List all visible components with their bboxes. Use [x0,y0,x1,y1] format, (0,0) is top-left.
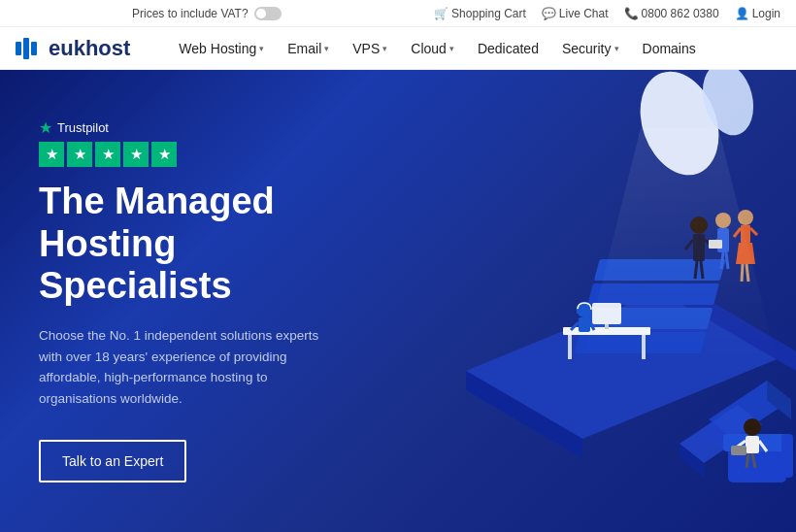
chevron-down-icon: ▾ [614,44,619,53]
login-link[interactable]: 👤 Login [735,7,780,20]
trustpilot-block: ★ Trustpilot ★ ★ ★ ★ ★ [39,118,369,167]
phone-link[interactable]: 📞 0800 862 0380 [624,7,719,20]
trustpilot-star-icon: ★ [39,118,52,137]
nav-dedicated[interactable]: Dedicated [468,37,548,60]
vat-label: Prices to include VAT? [132,7,249,20]
logo[interactable]: eukhost [16,36,130,61]
svg-rect-2 [31,42,37,55]
svg-rect-23 [579,317,590,332]
svg-line-43 [750,228,757,235]
logo-icon [16,38,43,59]
svg-rect-1 [23,38,29,59]
star-1: ★ [39,142,64,167]
svg-point-49 [744,418,761,436]
hero-content: ★ Trustpilot ★ ★ ★ ★ ★ The Managed Hosti… [39,109,369,482]
chevron-down-icon: ▾ [382,44,387,53]
shopping-cart-link[interactable]: 🛒 Shopping Cart [434,7,526,20]
chat-icon: 💬 [542,7,556,20]
cart-icon: 🛒 [434,7,448,20]
svg-marker-56 [582,128,777,361]
star-5: ★ [151,142,177,167]
trustpilot-label: ★ Trustpilot [39,118,369,137]
trustpilot-stars: ★ ★ ★ ★ ★ [39,142,369,167]
utility-bar: Prices to include VAT? 🛒 Shopping Cart 💬… [0,0,796,27]
svg-rect-18 [568,335,572,359]
nav-email[interactable]: Email ▾ [278,37,339,60]
phone-icon: 📞 [624,7,639,20]
svg-rect-50 [746,436,759,453]
svg-line-54 [746,453,748,468]
hero-subtitle: Choose the No. 1 independent solutions e… [39,325,330,409]
nav-items: Web Hosting ▾ Email ▾ VPS ▾ Cloud ▾ Dedi… [169,37,705,60]
hero-title: The Managed Hosting Specialists [39,181,369,308]
user-icon: 👤 [735,7,749,20]
star-4: ★ [123,142,149,167]
nav-web-hosting[interactable]: Web Hosting ▾ [169,37,274,60]
live-chat-link[interactable]: 💬 Live Chat [542,7,609,20]
nav-security[interactable]: Security ▾ [552,37,629,60]
star-3: ★ [95,142,120,167]
svg-rect-48 [781,434,793,478]
vat-section: Prices to include VAT? [16,7,282,20]
logo-text: eukhost [49,36,130,61]
nav-vps[interactable]: VPS ▾ [343,37,397,60]
chevron-down-icon: ▾ [324,44,329,53]
star-2: ★ [67,142,92,167]
hero-illustration [349,70,796,497]
cta-button[interactable]: Talk to an Expert [39,440,186,482]
svg-rect-0 [16,42,21,55]
vat-toggle[interactable] [254,7,282,20]
svg-rect-24 [577,309,580,314]
main-nav: eukhost Web Hosting ▾ Email ▾ VPS ▾ Clou… [0,27,796,70]
chevron-down-icon: ▾ [259,44,264,53]
nav-domains[interactable]: Domains [633,37,706,60]
hero-section: ★ Trustpilot ★ ★ ★ ★ ★ The Managed Hosti… [0,70,796,532]
svg-rect-52 [731,446,746,455]
nav-cloud[interactable]: Cloud ▾ [401,37,464,60]
chevron-down-icon: ▾ [449,44,454,53]
